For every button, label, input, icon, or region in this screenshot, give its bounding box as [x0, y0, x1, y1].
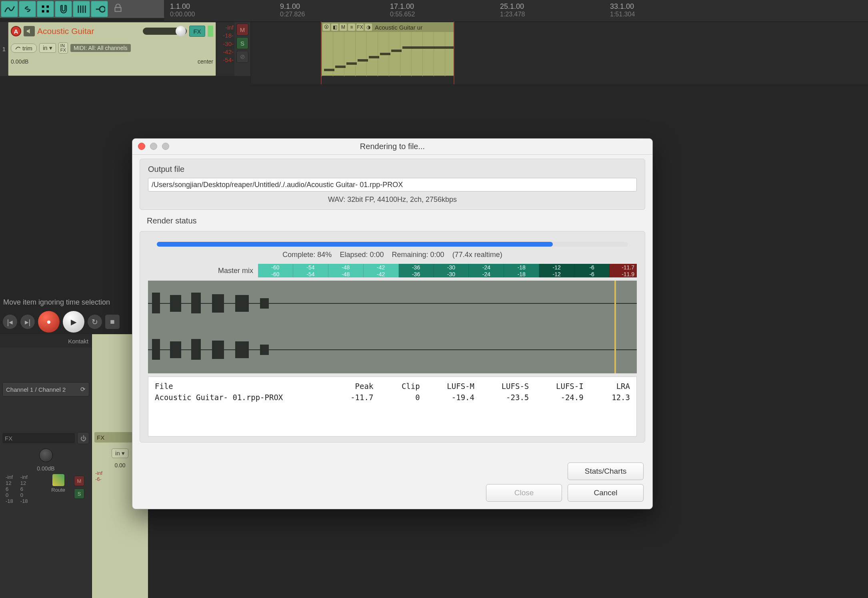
clip-lock-icon[interactable]: ⦿	[323, 24, 330, 31]
clip-env-icon[interactable]: ◑	[365, 24, 372, 31]
track-db-readout: 0.00dB	[11, 58, 28, 65]
clip-notes-icon[interactable]: M	[340, 24, 347, 31]
svg-rect-2	[42, 10, 44, 12]
ripple-icon[interactable]	[91, 1, 108, 17]
format-summary: WAV: 32bit FP, 44100Hz, 2ch, 2756kbps	[148, 195, 637, 204]
waveform-preview	[148, 281, 637, 373]
track-mute-solo-column: M S ⊘	[234, 22, 250, 76]
go-end-button[interactable]: ▸|	[20, 314, 35, 329]
media-item[interactable]: ⦿ ◧ M ≡ FX ◑ Acoustic Guitar ur	[321, 22, 454, 76]
master-mute-button[interactable]: M	[74, 476, 84, 486]
master-solo-button[interactable]: S	[74, 488, 84, 499]
render-dialog: Rendering to file... Output file WAV: 32…	[132, 138, 653, 509]
status-text: Move item ignoring time selection	[0, 297, 140, 308]
lock-icon[interactable]	[113, 3, 123, 15]
repeat-button[interactable]: ↻	[87, 314, 102, 329]
trim-button[interactable]: trim	[11, 44, 37, 53]
master-strip: Kontakt Channel 1 / Channel 2⟳ FX ⏻ 0.00…	[0, 334, 92, 598]
go-start-button[interactable]: |◂	[2, 314, 18, 329]
master-db-readout: 0.00dB	[0, 465, 92, 472]
envelope-icon[interactable]	[1, 1, 18, 17]
progress-bar	[157, 242, 628, 247]
monitor-icon[interactable]	[24, 26, 35, 36]
route-icon[interactable]	[52, 474, 64, 486]
svg-rect-3	[46, 10, 49, 12]
fx-disable-button[interactable]: ⊘	[236, 51, 248, 63]
dialog-title: Rendering to file...	[132, 142, 652, 151]
ruler-tick: 9.1.000:27.826	[280, 2, 305, 18]
window-close-icon[interactable]	[138, 143, 145, 150]
snap-icon[interactable]	[55, 1, 72, 17]
master-mix-label: Master mix	[148, 267, 258, 275]
level-meter: -60-60-54-54-48-48-42-42-36-36-30-30-24-…	[258, 264, 637, 277]
strip-input-button[interactable]: in ▾	[112, 448, 128, 458]
master-fx-label[interactable]: FX	[2, 433, 75, 443]
render-playhead	[614, 281, 616, 373]
media-item-header[interactable]: ⦿ ◧ M ≡ FX ◑ Acoustic Guitar ur	[322, 22, 454, 32]
clip-title: Acoustic Guitar ur	[375, 24, 422, 31]
meter-inf-label: -inf	[6, 474, 13, 480]
master-fx-power-icon[interactable]: ⏻	[77, 432, 89, 444]
record-button[interactable]: ●	[38, 311, 60, 333]
clip-properties-icon[interactable]: ≡	[348, 24, 355, 31]
svg-rect-1	[46, 5, 49, 8]
svg-rect-0	[42, 5, 44, 8]
volume-fader[interactable]	[143, 28, 187, 35]
midi-notes-view	[322, 32, 454, 76]
loop-end-marker[interactable]	[454, 22, 454, 84]
clip-mute-icon[interactable]: ◧	[331, 24, 338, 31]
render-status-label: Render status	[147, 216, 638, 225]
loop-start-marker[interactable]	[321, 22, 322, 84]
cancel-button[interactable]: Cancel	[568, 484, 644, 502]
track-name[interactable]: Acoustic Guitar	[37, 26, 94, 36]
mixer-panel: Kontakt Channel 1 / Channel 2⟳ FX ⏻ 0.00…	[0, 334, 148, 598]
window-zoom-icon	[162, 143, 169, 150]
plugin-label[interactable]: Kontakt	[0, 334, 92, 348]
transport-bar: |◂ ▸| ● ▶ ↻ ■	[0, 310, 140, 333]
track-header: A Acoustic Guitar FX trim in ▾ INFX MIDI…	[8, 22, 216, 76]
grid-icon[interactable]	[37, 1, 54, 17]
timeline-ruler[interactable]: 1.1.000:00.0009.1.000:27.82617.1.000:55.…	[164, 0, 868, 22]
output-file-panel: Output file WAV: 32bit FP, 44100Hz, 2ch,…	[140, 159, 645, 210]
arrange-area[interactable]: ⦿ ◧ M ≡ FX ◑ Acoustic Guitar ur	[251, 22, 868, 84]
fx-bypass-indicator[interactable]	[208, 26, 213, 37]
stop-button[interactable]: ■	[105, 314, 120, 329]
clip-fx-icon[interactable]: FX	[356, 24, 364, 31]
input-fx-button[interactable]: INFX	[58, 42, 68, 54]
stats-charts-button[interactable]: Stats/Charts	[568, 462, 644, 480]
midi-input-label[interactable]: MIDI: All: All channels	[70, 44, 131, 52]
output-file-label: Output file	[148, 165, 637, 174]
track-pan-readout: center	[198, 58, 213, 65]
track-index[interactable]: 1	[0, 22, 8, 76]
output-path-field[interactable]	[148, 178, 637, 191]
pan-knob[interactable]	[39, 448, 53, 462]
link-icon[interactable]	[19, 1, 36, 17]
progress-text: Complete: 84% Elapsed: 0:00 Remaining: 0…	[148, 251, 637, 259]
close-button: Close	[486, 484, 562, 502]
main-toolbar	[0, 0, 164, 18]
solo-button[interactable]: S	[236, 37, 248, 49]
track-meter-scale: -inf -18- -30- -42- -54-	[217, 22, 234, 76]
input-button[interactable]: in ▾	[39, 43, 56, 53]
bars-icon[interactable]	[73, 1, 90, 17]
ruler-tick: 17.1.000:55.652	[390, 2, 415, 18]
render-status-panel: Complete: 84% Elapsed: 0:00 Remaining: 0…	[140, 231, 645, 443]
ruler-tick: 25.1.001:23.478	[500, 2, 525, 18]
route-label: Route	[51, 487, 65, 493]
fx-button[interactable]: FX	[189, 26, 205, 37]
ruler-tick: 33.1.001:51.304	[610, 2, 635, 18]
render-stats-table: File Peak Clip LUFS-M LUFS-S LUFS-I LRA …	[148, 377, 637, 437]
dialog-titlebar[interactable]: Rendering to file...	[132, 139, 652, 155]
channel-io-label[interactable]: Channel 1 / Channel 2⟳	[2, 382, 89, 397]
record-arm-button[interactable]: A	[11, 26, 21, 36]
play-button[interactable]: ▶	[62, 311, 85, 333]
ruler-tick: 1.1.000:00.000	[170, 2, 195, 18]
mute-button[interactable]: M	[236, 24, 248, 36]
window-minimize-icon	[150, 143, 157, 150]
